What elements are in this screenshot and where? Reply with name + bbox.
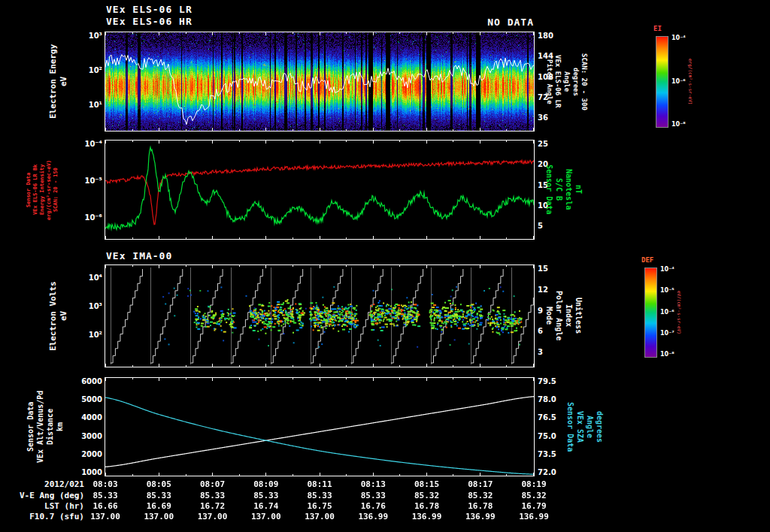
axis-title-line: Electron Energy (48, 32, 59, 131)
column-value: 16.69 (132, 501, 186, 511)
axis-title-line: SCAN: 20 - 150 (53, 140, 59, 240)
panel1-right-axis-title: Pitch AngleVEx ELS-06 LRAngledegreesSCAN… (544, 32, 588, 131)
column-value: 08:13 (346, 479, 400, 489)
panel4-line-plot (105, 377, 535, 476)
axis-title-line: nT (574, 140, 584, 240)
sza-tick-label: 79.5 (538, 377, 556, 385)
column-value: 16.79 (507, 501, 561, 511)
colorbar-tick-label: 10⁻⁸ (671, 121, 686, 128)
column-value: 137.00 (239, 512, 293, 521)
row-label-lst: LST (hr) (0, 501, 84, 511)
panel1-els-spectrogram (105, 32, 535, 131)
column-value: 16.76 (346, 501, 400, 511)
axis-title-line: VEx SZA (575, 377, 585, 476)
colorbar-tick-label: 10⁻⁶ (660, 309, 675, 316)
axis-title-line: erg/(cm²-sr-sec-eV) (46, 140, 53, 240)
panel2-y-axis-title: Sensor DataVEx ELS-06 LR BkEnergy Intens… (26, 140, 59, 240)
column-value: 16.72 (186, 501, 240, 511)
column-value: 85.33 (78, 491, 132, 500)
axis-title-line: S/C B (554, 140, 564, 240)
column-value: 136.99 (453, 512, 508, 521)
plot-title-line2: VEx ELS-06 HR (106, 16, 192, 27)
colorbar-tick-label: 10⁻⁴ (671, 35, 686, 41)
sza-tick-label: 72.0 (538, 468, 556, 476)
y-tick-label: 2000 (81, 450, 102, 458)
colorbar1-title: EI (653, 25, 662, 32)
y-tick-label: 10² (89, 331, 102, 339)
colorbar-tick-label: 10⁻⁷ (660, 330, 675, 337)
row-label-f107: F10.7 (sfu) (0, 512, 84, 521)
axis-title-line: Angle (562, 32, 571, 131)
axis-title-line: Sensor Data (544, 140, 554, 240)
sza-tick-label: 78.0 (538, 395, 556, 404)
axis-title-line: eV (59, 32, 69, 131)
sza-tick-label: 76.5 (538, 413, 556, 422)
colorbar-tick-label: 10⁻⁵ (660, 287, 675, 294)
panel1-y-axis-title: Electron EnergyeV (48, 32, 70, 131)
y-tick-label: 3000 (81, 432, 102, 440)
els-spectrogram-canvas (105, 32, 534, 131)
plot-title-line1: VEx ELS-06 LR (106, 4, 192, 15)
bfield-tick-label: 5 (538, 222, 543, 230)
column-value: 08:09 (239, 479, 293, 489)
column-value: 85.33 (186, 491, 240, 500)
column-value: 137.00 (293, 512, 347, 521)
column-value: 08:19 (507, 479, 561, 489)
mode-tick-label: 3 (538, 348, 543, 356)
column-value: 08:05 (132, 479, 186, 489)
colorbar-tick-label: 10⁻⁶ (671, 78, 686, 85)
y-tick-label: 10⁻⁶ (84, 213, 102, 222)
altitude-sza-canvas (105, 378, 534, 476)
column-value: 16.66 (78, 501, 132, 511)
axis-title-line: Energy Intensity (39, 140, 46, 240)
mode-tick-label: 9 (538, 307, 543, 315)
column-value: 137.00 (132, 512, 186, 521)
axis-title-line: km (55, 377, 65, 476)
panel4-right-ticks: 79.578.076.575.073.572.0 (538, 377, 565, 476)
column-value: 85.33 (293, 491, 347, 500)
y-tick-label: 10⁻⁴ (84, 140, 102, 148)
y-tick-label: 10³ (89, 302, 102, 310)
vex-quicklook-plot-page: VEx ELS-06 LR VEx ELS-06 HR NO DATA Elec… (0, 0, 770, 532)
colorbar-tick-label: 10⁻⁴ (660, 266, 675, 273)
column-value: 16.78 (400, 501, 454, 511)
column-value: 136.99 (507, 512, 561, 521)
panel4-y-axis-title: Sensor DataVEx Alt/Venus/PdDistancekm (26, 377, 65, 476)
axis-title-line: Sensor Data (26, 377, 35, 476)
sza-tick-label: 73.5 (538, 450, 556, 458)
column-value: 08:07 (186, 479, 240, 489)
axis-title-line: Mode (544, 264, 554, 367)
row-label-veang: V-E Ang (deg) (0, 491, 84, 500)
column-value: 85.33 (132, 491, 186, 500)
axis-title-line: Polar Angle (554, 264, 564, 367)
y-tick-label: 10¹ (89, 101, 102, 109)
column-value: 08:11 (293, 479, 347, 489)
axis-title-line: Angle (585, 377, 595, 476)
colorbar3 (644, 268, 657, 358)
column-value: 137.00 (186, 512, 240, 521)
y-tick-label: 10⁴ (89, 274, 102, 282)
panel3-y-axis-title: Electron VoltseV (48, 264, 70, 367)
axis-title-line: Pitch Angle (544, 32, 553, 131)
panel2-line-plot (105, 140, 535, 240)
axis-title-line: SCAN: 20 - 300 (580, 32, 589, 131)
colorbar3-gradient (645, 268, 656, 357)
axis-title-line: Index (564, 264, 574, 367)
colorbar3-unit: eV/(cm²-s-sr-eV) (677, 269, 682, 356)
column-value: 85.32 (453, 491, 508, 500)
axis-title-line: Nanotesla (564, 140, 574, 240)
column-value: 136.99 (346, 512, 400, 521)
y-tick-label: 5000 (81, 395, 102, 404)
y-tick-label: 1000 (81, 468, 102, 476)
panel4-right-axis-title: Sensor DataVEx SZAAngledegrees (565, 377, 605, 476)
column-value: 16.78 (453, 501, 508, 511)
panel2-right-axis-title: Sensor DataS/C BNanoteslanT (544, 140, 584, 240)
column-value: 85.33 (239, 491, 293, 500)
axis-title-line: Sensor Data (565, 377, 575, 476)
column-value: 08:17 (453, 479, 508, 489)
panel3-ima-spectrogram (105, 264, 535, 367)
no-data-label: NO DATA (421, 17, 534, 28)
y-tick-label: 4000 (81, 413, 102, 422)
axis-title-line: Sensor Data (26, 140, 32, 240)
axis-title-line: degrees (571, 32, 580, 131)
